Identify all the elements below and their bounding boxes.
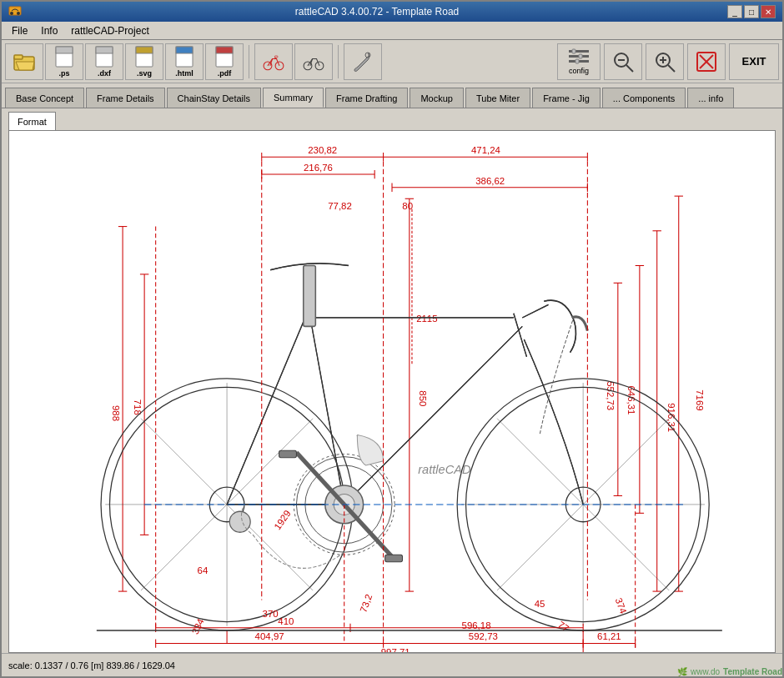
svg-btn[interactable]: .svg — [125, 43, 163, 80]
svg-point-2 — [17, 12, 20, 15]
svg-rect-8 — [96, 47, 113, 53]
svg-text:230,82: 230,82 — [308, 145, 337, 155]
svg-text:370: 370 — [263, 609, 279, 619]
format-tab[interactable]: Format — [8, 112, 56, 130]
tab-info[interactable]: ... info — [687, 88, 734, 108]
svg-text:64: 64 — [198, 565, 209, 575]
tab-chainstay-details[interactable]: ChainStay Details — [167, 88, 261, 108]
svg-point-1 — [10, 12, 13, 15]
config-btn[interactable]: config — [557, 43, 601, 80]
svg-text:410: 410 — [278, 616, 294, 626]
zoom-in-btn[interactable] — [646, 43, 684, 80]
tab-frame-details[interactable]: Frame Details — [86, 88, 164, 108]
bike-view-btn[interactable] — [254, 43, 293, 80]
exit-btn[interactable]: EXIT — [729, 43, 779, 80]
tab-frame-drafting[interactable]: Frame Drafting — [325, 88, 408, 108]
svg-text:45: 45 — [535, 599, 545, 609]
svg-text:596,18: 596,18 — [462, 620, 491, 630]
svg-line-33 — [668, 65, 675, 72]
svg-text:7169: 7169 — [695, 389, 705, 410]
watermark: 🌿 www.do Template Road — [677, 667, 782, 676]
zoom-fit-btn[interactable] — [687, 43, 726, 80]
svg-line-29 — [626, 65, 633, 72]
separator-1 — [249, 45, 249, 78]
close-button[interactable]: ✕ — [761, 5, 776, 18]
svg-rect-107 — [304, 265, 316, 326]
tab-base-concept[interactable]: Base Concept — [5, 88, 84, 108]
svg-rect-117 — [385, 555, 403, 561]
svg-rect-14 — [216, 47, 233, 53]
open-folder-btn[interactable] — [5, 43, 43, 80]
bike-outline-btn[interactable] — [294, 43, 333, 80]
svg-rect-24 — [572, 49, 575, 53]
tab-mockup[interactable]: Mockup — [410, 88, 464, 108]
tab-summary[interactable]: Summary — [263, 88, 324, 108]
watermark-url: www.do — [691, 667, 720, 676]
svg-text:471,24: 471,24 — [471, 145, 501, 155]
drawing-area: 230,82 471,24 216,76 386,62 — [8, 130, 776, 653]
svg-text:850: 850 — [418, 390, 428, 406]
menu-bar: File Info rattleCAD-Project — [2, 22, 782, 40]
app-window: rattleCAD 3.4.00.72 - Template Road _ □ … — [0, 0, 784, 678]
app-icon — [8, 4, 22, 20]
minimize-button[interactable]: _ — [727, 5, 742, 18]
dxf-btn[interactable]: .dxf — [85, 43, 123, 80]
content-area: Format 230,82 471,24 21 — [2, 108, 782, 653]
svg-rect-12 — [176, 47, 193, 53]
svg-rect-25 — [579, 54, 582, 58]
svg-rect-10 — [136, 47, 153, 53]
svg-rect-118 — [279, 450, 297, 457]
zoom-out-btn[interactable] — [604, 43, 642, 80]
svg-rect-17 — [274, 56, 278, 58]
title-controls: _ □ ✕ — [727, 5, 776, 18]
toolbar: .ps .dxf .svg .html — [2, 40, 782, 83]
scale-info: scale: 0.1337 / 0.76 [m] 839.86 / 1629.0… — [8, 660, 175, 670]
svg-text:988: 988 — [111, 405, 121, 421]
svg-text:77,82: 77,82 — [328, 201, 352, 211]
tab-components[interactable]: ... Components — [602, 88, 686, 108]
maximize-button[interactable]: □ — [744, 5, 759, 18]
format-tab-row: Format — [2, 108, 782, 130]
status-bar: scale: 0.1337 / 0.76 [m] 839.86 / 1629.0… — [2, 653, 782, 676]
tab-bar: Base Concept Frame Details ChainStay Det… — [2, 83, 782, 108]
svg-text:592,73: 592,73 — [469, 631, 498, 641]
svg-text:216,76: 216,76 — [304, 163, 333, 173]
svg-rect-6 — [56, 47, 73, 53]
svg-point-19 — [315, 62, 324, 70]
separator-2 — [338, 45, 339, 78]
menu-project[interactable]: rattleCAD-Project — [64, 23, 155, 38]
title-bar: rattleCAD 3.4.00.72 - Template Road _ □ … — [2, 2, 782, 22]
menu-info[interactable]: Info — [34, 23, 64, 38]
svg-rect-4 — [14, 55, 23, 59]
svg-text:552,73: 552,73 — [606, 381, 616, 410]
svg-text:404,97: 404,97 — [255, 631, 284, 641]
watermark-brand: Template Road — [723, 667, 782, 676]
html-btn[interactable]: .html — [165, 43, 204, 80]
bike-drawing-svg: 230,82 471,24 216,76 386,62 — [9, 131, 775, 652]
toolbar-right: config — [557, 43, 779, 80]
svg-text:997,71: 997,71 — [381, 647, 410, 652]
svg-text:rattleCAD: rattleCAD — [418, 463, 471, 476]
svg-text:61,21: 61,21 — [597, 631, 621, 641]
ps-btn[interactable]: .ps — [45, 43, 83, 80]
wrench-btn[interactable] — [344, 43, 382, 80]
svg-text:386,62: 386,62 — [475, 176, 505, 186]
svg-rect-37 — [10, 131, 775, 652]
svg-rect-26 — [575, 59, 579, 63]
tab-frame-jig[interactable]: Frame - Jig — [532, 88, 601, 108]
watermark-icon: 🌿 — [677, 667, 687, 676]
tab-tube-miter[interactable]: Tube Miter — [465, 88, 530, 108]
svg-text:80: 80 — [402, 201, 413, 211]
menu-file[interactable]: File — [5, 23, 34, 38]
window-title: rattleCAD 3.4.00.72 - Template Road — [295, 6, 460, 18]
pdf-btn[interactable]: .pdf — [205, 43, 244, 80]
svg-text:2115: 2115 — [416, 314, 437, 324]
svg-point-16 — [275, 62, 284, 70]
